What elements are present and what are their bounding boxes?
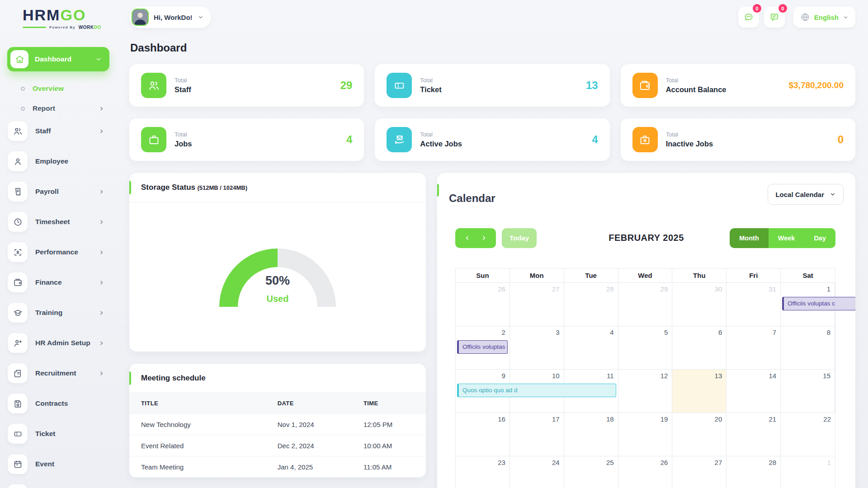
calendar-type-select[interactable]: Local Calendar — [768, 184, 844, 205]
sidebar-item-hr-admin-setup[interactable]: HR Admin Setup — [0, 330, 117, 356]
meeting-cell: Team Meeting — [129, 456, 266, 478]
sidebar-item-contracts[interactable]: Contracts — [0, 391, 117, 416]
sidebar-nav: Dashboard Overview Report Staff Employee… — [0, 47, 117, 488]
calendar-day-cell-18[interactable]: 18 — [564, 413, 618, 456]
stat-card-active-jobs: Total Active Jobs 4 — [375, 118, 609, 161]
meeting-cell: Jan 4, 2025 — [266, 456, 352, 478]
sidebar-item-training[interactable]: Training — [0, 300, 117, 325]
graduation-icon — [13, 308, 23, 318]
calendar-day-cell-19[interactable]: 19 — [618, 413, 673, 456]
notifications-button[interactable]: 0 — [764, 7, 785, 28]
day-header-fri: Fri — [726, 268, 781, 283]
calendar-day-cell-12[interactable]: 12 — [618, 370, 673, 413]
calendar-nav-buttons — [455, 228, 496, 248]
meeting-cell: Event Related — [129, 435, 266, 456]
calendar-day-cell-31-muted[interactable]: 31 — [726, 283, 781, 326]
calendar-day-cell-16[interactable]: 16 — [456, 413, 510, 456]
stat-card-prefix: Total — [420, 77, 578, 84]
meeting-column-time: TIME — [352, 393, 426, 414]
meeting-table: TITLEDATETIME New TechnologyNov 1, 20241… — [129, 393, 426, 478]
messages-button[interactable]: 0 — [738, 7, 759, 28]
sidebar-item-payroll[interactable]: Payroll — [0, 179, 117, 204]
sidebar-item-recruitment[interactable]: Recruitment — [0, 361, 117, 386]
calendar-day-cell-15[interactable]: 15 — [781, 370, 835, 413]
sidebar-item-event[interactable]: Event — [0, 451, 117, 477]
stat-card-label: Account Balance — [666, 85, 781, 94]
floppy-icon-box — [8, 394, 28, 413]
calendar-day-cell-30-muted[interactable]: 30 — [672, 283, 726, 326]
calendar-view-day[interactable]: Day — [804, 228, 835, 248]
sidebar-item-performance[interactable]: Performance — [0, 239, 117, 265]
stat-card-value: 13 — [586, 79, 598, 92]
calendar-event[interactable]: Officiis voluptas c — [782, 297, 855, 310]
user-plus-icon — [13, 338, 23, 348]
calendar-day-cell-28[interactable]: 28 — [726, 456, 781, 488]
calendar-day-cell-14[interactable]: 14 — [726, 370, 781, 413]
calendar-view-week[interactable]: Week — [769, 228, 805, 248]
clock-icon-box — [8, 212, 28, 232]
bullet-icon — [21, 107, 25, 111]
user-icon — [13, 157, 23, 166]
calendar-header: Calendar Local Calendar — [437, 173, 855, 216]
calendar-day-cell-23[interactable]: 23 — [456, 456, 510, 488]
sidebar-item-report[interactable]: Report — [0, 99, 117, 118]
workdo-brand: WORKDO — [79, 25, 101, 30]
calendar-day-cell-27-muted[interactable]: 27 — [510, 283, 564, 326]
calendar-day-cell-26[interactable]: 26 — [618, 456, 673, 488]
stat-card-ticket: Total Ticket 13 — [375, 64, 609, 107]
meeting-column-date: DATE — [266, 393, 352, 414]
sidebar-item-overview[interactable]: Overview — [0, 79, 117, 99]
calendar-today-button[interactable]: Today — [502, 228, 537, 248]
stat-card-label: Jobs — [175, 140, 338, 148]
stat-card-account-balance: Total Account Balance $3,780,200.00 — [621, 64, 855, 107]
day-header-sat: Sat — [781, 268, 835, 283]
users-icon-box — [8, 121, 28, 141]
calendar-day-cell-7[interactable]: 7 — [726, 326, 781, 370]
sidebar-item-meeting[interactable]: Meeting — [0, 482, 117, 488]
calendar-view-month[interactable]: Month — [730, 228, 768, 248]
sidebar-item-dashboard[interactable]: Dashboard — [7, 47, 109, 71]
language-selector[interactable]: English — [793, 7, 855, 28]
mail-hand-icon — [393, 134, 406, 146]
calendar-day-cell-6[interactable]: 6 — [672, 326, 726, 370]
calendar-prev-button[interactable] — [459, 228, 476, 248]
calendar-day-cell-8[interactable]: 8 — [781, 326, 835, 370]
chevron-down-icon — [830, 191, 836, 197]
meeting-cell: New Technology — [129, 414, 266, 435]
brand-logo[interactable]: HRMGO Powered By WORKDO — [0, 7, 117, 30]
day-header-wed: Wed — [618, 268, 673, 283]
calendar-day-cell-3[interactable]: 3 — [510, 326, 564, 370]
language-label: English — [814, 14, 839, 21]
calendar-day-cell-20[interactable]: 20 — [672, 413, 726, 456]
storage-title: Storage Status — [141, 183, 195, 192]
user-icon-box — [8, 151, 28, 171]
stat-card-prefix: Total — [175, 131, 338, 138]
calendar-day-cell-1-muted[interactable]: 1 — [781, 456, 835, 488]
calendar-day-cell-21[interactable]: 21 — [726, 413, 781, 456]
sidebar-item-timesheet[interactable]: Timesheet — [0, 209, 117, 235]
calendar-day-cell-22[interactable]: 22 — [781, 413, 835, 456]
calendar-event[interactable]: Officiis voluptas c — [457, 340, 508, 354]
calendar-day-cell-27[interactable]: 27 — [672, 456, 726, 488]
calendar-day-cell-5[interactable]: 5 — [618, 326, 673, 370]
floppy-icon — [13, 399, 23, 408]
calendar-day-cell-17[interactable]: 17 — [510, 413, 564, 456]
sidebar-item-finance[interactable]: Finance — [0, 270, 117, 295]
user-menu[interactable]: Hi, WorkDo! — [129, 6, 211, 28]
calendar-day-cell-28-muted[interactable]: 28 — [564, 283, 618, 326]
sidebar-item-ticket[interactable]: Ticket — [0, 421, 117, 446]
calendar-day-cell-13[interactable]: 13 — [672, 370, 726, 413]
calendar-day-cell-24[interactable]: 24 — [510, 456, 564, 488]
calendar-day-cell-26-muted[interactable]: 26 — [456, 283, 510, 326]
avatar — [132, 9, 149, 26]
receipt-icon-box — [8, 182, 28, 202]
calendar-day-cell-25[interactable]: 25 — [564, 456, 618, 488]
calendar-week-row: 2627282930311Officiis voluptas c — [456, 283, 835, 326]
calendar-event[interactable]: Quos optio quo ad d — [457, 384, 616, 397]
message-lines-icon — [769, 12, 779, 22]
sidebar-item-employee[interactable]: Employee — [0, 149, 117, 174]
calendar-next-button[interactable] — [476, 228, 492, 248]
sidebar-item-staff[interactable]: Staff — [0, 118, 117, 144]
calendar-day-cell-4[interactable]: 4 — [564, 326, 618, 370]
calendar-day-cell-29-muted[interactable]: 29 — [618, 283, 673, 326]
